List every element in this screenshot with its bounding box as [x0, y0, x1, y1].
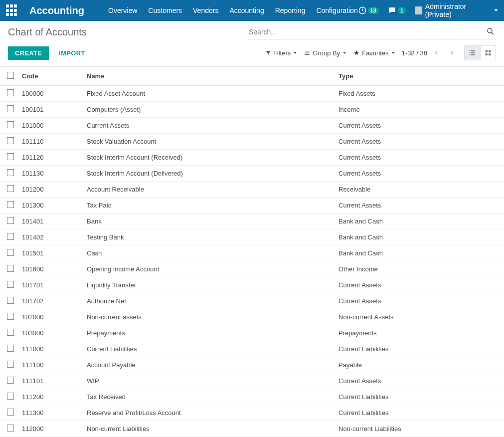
table-row[interactable]: 111000Current LiabilitiesCurrent Liabili…	[0, 341, 504, 357]
row-checkbox[interactable]	[7, 425, 14, 432]
row-checkbox[interactable]	[7, 249, 14, 256]
row-checkbox[interactable]	[7, 169, 14, 176]
table-row[interactable]: 101110Stock Valuation AccountCurrent Ass…	[0, 134, 504, 150]
row-checkbox[interactable]	[7, 121, 14, 128]
row-checkbox[interactable]	[7, 409, 14, 416]
messages-button[interactable]: 1	[388, 6, 406, 15]
nav-vendors[interactable]: Vendors	[193, 6, 218, 14]
cell-name: Liquidity Transfer	[83, 277, 335, 293]
table-row[interactable]: 101402Testing BankBank and Cash	[0, 229, 504, 245]
row-checkbox[interactable]	[7, 105, 14, 112]
cell-code: 101501	[18, 245, 83, 261]
cell-type: Bank and Cash	[335, 229, 504, 245]
table-row[interactable]: 101401BankBank and Cash	[0, 214, 504, 229]
search-icon[interactable]	[486, 27, 495, 36]
cell-type: Current Assets	[335, 150, 504, 166]
table-row[interactable]: 101200Account ReceivableReceivable	[0, 182, 504, 198]
table-row[interactable]: 101600Opening Income AccountOther Income	[0, 261, 504, 277]
pager-prev[interactable]	[431, 47, 442, 58]
table-row[interactable]: 101701Liquidity TransferCurrent Assets	[0, 277, 504, 293]
create-button[interactable]: CREATE	[8, 46, 49, 60]
row-checkbox[interactable]	[7, 393, 14, 400]
subheader: Chart of Accounts	[0, 21, 504, 39]
cell-name: Reserve and Profit/Loss Account	[83, 405, 335, 421]
cell-type: Current Liabilities	[335, 405, 504, 421]
cell-name: Tax Received	[83, 389, 335, 405]
col-name[interactable]: Name	[83, 67, 335, 86]
cell-type: Prepayments	[335, 325, 504, 341]
cell-code: 101702	[18, 293, 83, 309]
row-checkbox[interactable]	[7, 201, 14, 208]
cell-code: 111000	[18, 341, 83, 357]
app-title[interactable]: Accounting	[29, 5, 84, 16]
row-checkbox[interactable]	[7, 377, 14, 384]
groupby-label: Group By	[313, 49, 340, 57]
table-row[interactable]: 101702Authorize.NetCurrent Assets	[0, 293, 504, 309]
top-navbar: Accounting Overview Customers Vendors Ac…	[0, 0, 504, 21]
nav-configuration[interactable]: Configuration	[316, 6, 357, 14]
apps-menu-icon[interactable]	[6, 4, 17, 16]
list-view-button[interactable]	[464, 45, 480, 60]
search-input[interactable]	[247, 25, 496, 39]
table-row[interactable]: 101120Stock Interim Account (Received)Cu…	[0, 150, 504, 166]
row-checkbox[interactable]	[7, 185, 14, 192]
pager: 1-38 / 38	[402, 47, 457, 58]
cell-type: Current Liabilities	[335, 389, 504, 405]
table-row[interactable]: 100000Fixed Asset AccountFixed Assets	[0, 86, 504, 102]
table-row[interactable]: 103000PrepaymentsPrepayments	[0, 325, 504, 341]
cell-name: Opening Income Account	[83, 261, 335, 277]
table-row[interactable]: 111100Account PayablePayable	[0, 357, 504, 373]
activity-button[interactable]: 13	[358, 6, 379, 15]
cell-code: 101110	[18, 134, 83, 150]
row-checkbox[interactable]	[7, 233, 14, 240]
cell-code: 101401	[18, 214, 83, 229]
cell-type: Current Assets	[335, 277, 504, 293]
row-checkbox[interactable]	[7, 89, 14, 96]
star-icon	[353, 49, 360, 56]
table-row[interactable]: 100101Computers (Asset)Income	[0, 102, 504, 118]
table-row[interactable]: 101501CashBank and Cash	[0, 245, 504, 261]
nav-accounting[interactable]: Accounting	[229, 6, 264, 14]
table-row[interactable]: 101000Current AssetsCurrent Assets	[0, 118, 504, 134]
nav-overview[interactable]: Overview	[108, 6, 137, 14]
nav-customers[interactable]: Customers	[148, 6, 182, 14]
select-all-checkbox[interactable]	[7, 72, 14, 79]
row-checkbox[interactable]	[7, 281, 14, 288]
cell-name: Stock Interim Account (Delivered)	[83, 166, 335, 182]
col-code[interactable]: Code	[18, 67, 83, 86]
row-checkbox[interactable]	[7, 297, 14, 304]
table-row[interactable]: 111300Reserve and Profit/Loss AccountCur…	[0, 405, 504, 421]
table-row[interactable]: 101130Stock Interim Account (Delivered)C…	[0, 166, 504, 182]
kanban-view-button[interactable]	[480, 45, 496, 60]
row-checkbox[interactable]	[7, 153, 14, 160]
nav-reporting[interactable]: Reporting	[275, 6, 306, 14]
search-wrap	[247, 25, 496, 39]
table-row[interactable]: 111101WIPCurrent Assets	[0, 373, 504, 389]
row-checkbox[interactable]	[7, 345, 14, 352]
import-button[interactable]: IMPORT	[55, 46, 89, 60]
cell-code: 101300	[18, 198, 83, 214]
col-type[interactable]: Type	[335, 67, 504, 86]
row-checkbox[interactable]	[7, 217, 14, 224]
table-row[interactable]: 111200Tax ReceivedCurrent Liabilities	[0, 389, 504, 405]
table-row[interactable]: 101300Tax PaidCurrent Assets	[0, 198, 504, 214]
pager-next[interactable]	[446, 47, 457, 58]
row-checkbox[interactable]	[7, 329, 14, 336]
cell-type: Receivable	[335, 182, 504, 198]
groupby-button[interactable]: Group By	[304, 49, 346, 57]
cell-type: Payable	[335, 357, 504, 373]
table-row[interactable]: 102000Non-current assetsNon-current Asse…	[0, 309, 504, 325]
row-checkbox[interactable]	[7, 361, 14, 368]
user-menu[interactable]: Administrator (Private)	[415, 2, 498, 18]
filters-button[interactable]: Filters	[265, 49, 297, 57]
row-checkbox[interactable]	[7, 265, 14, 272]
toolbar: CREATE IMPORT Filters Group By Favorites…	[0, 39, 504, 66]
pager-text[interactable]: 1-38 / 38	[402, 49, 427, 57]
cell-code: 101200	[18, 182, 83, 198]
cell-name: Stock Valuation Account	[83, 134, 335, 150]
filters-label: Filters	[273, 49, 291, 57]
row-checkbox[interactable]	[7, 313, 14, 320]
table-row[interactable]: 112000Non-current LiabilitiesNon-current…	[0, 421, 504, 437]
favorites-button[interactable]: Favorites	[353, 49, 394, 57]
row-checkbox[interactable]	[7, 137, 14, 144]
